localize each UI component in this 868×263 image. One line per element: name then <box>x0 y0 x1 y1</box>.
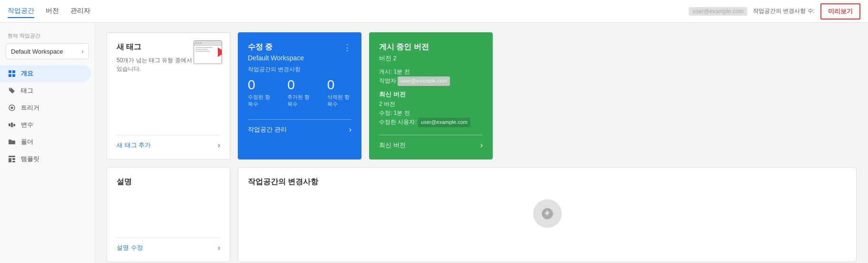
published-card: 게시 중인 버전 버전 2 게시: 1분 전 작업자 user@example.… <box>369 32 493 160</box>
nav-admin[interactable]: 관리자 <box>70 5 90 18</box>
latest-user-label: 수정한 사용자: <box>379 119 417 125</box>
workspace-manage-chevron-icon <box>349 125 351 134</box>
description-edit-label: 설명 수정 <box>117 244 143 252</box>
editing-header-left: 수정 중 Default Workspace <box>248 42 304 62</box>
stat-added-desc: 추가된 항목수 <box>287 94 312 108</box>
grid-icon <box>8 69 16 78</box>
svg-rect-9 <box>9 156 15 157</box>
sidebar-item-templates[interactable]: 템플릿 <box>0 150 91 168</box>
add-tag-chevron-icon <box>218 141 220 150</box>
latest-version-chevron-icon <box>480 141 483 150</box>
second-cards-row: 설명 설명 수정 작업공간의 변경사항 <box>107 167 857 262</box>
workspace-change-text: 작업공간의 변경사항 수: <box>753 7 815 15</box>
bottom-changes-card: 작업공간의 변경사항 <box>238 167 857 262</box>
editing-card: 수정 중 Default Workspace ⋮ 작업공간의 변경사항 0 수정… <box>238 32 361 160</box>
top-nav-right: user@example.com 작업공간의 변경사항 수: 미리보기 <box>689 3 860 19</box>
changes-stats: 0 수정된 항목수 0 추가된 항목수 0 삭제된 항목수 <box>248 77 351 108</box>
editing-header: 수정 중 Default Workspace ⋮ <box>248 42 351 62</box>
published-author-value: user@example.com <box>398 76 450 86</box>
stat-added-value: 0 <box>287 77 312 93</box>
svg-rect-6 <box>9 123 10 126</box>
sidebar-item-folders[interactable]: 폴더 <box>0 133 91 150</box>
changes-section: 작업공간의 변경사항 0 수정된 항목수 0 추가된 항목수 0 삭제된 항목수 <box>248 66 351 112</box>
svg-rect-7 <box>11 122 13 127</box>
description-title: 설명 <box>117 177 220 187</box>
sidebar-label-tags: 태그 <box>21 86 33 95</box>
workspace-manage-link[interactable]: 작업공간 관리 <box>248 119 351 134</box>
layout: 현재 작업공간 Default Workspace › 개요 태그 <box>0 23 868 263</box>
latest-user-row: 수정한 사용자: user@example.com <box>379 118 483 127</box>
placeholder-area <box>248 195 847 233</box>
stat-modified: 0 수정된 항목수 <box>248 77 272 108</box>
latest-version-link[interactable]: 최신 버전 <box>379 135 483 150</box>
svg-rect-12 <box>12 161 15 162</box>
add-tag-link-label: 새 태그 추가 <box>117 141 151 150</box>
sidebar-section-label: 현재 작업공간 <box>0 28 95 41</box>
sidebar: 현재 작업공간 Default Workspace › 개요 태그 <box>0 23 95 263</box>
sidebar-label-triggers: 트리거 <box>21 103 39 112</box>
top-cards-row: 새 태그 50개가 넘는 태그 유형 중에서 선택할 수 있습니다. <box>107 32 857 160</box>
published-info: 게시: 1분 전 작업자 user@example.com <box>379 67 483 86</box>
stat-modified-value: 0 <box>248 77 272 93</box>
workspace-manage-label: 작업공간 관리 <box>248 125 287 134</box>
editing-workspace-name: Default Workspace <box>248 54 304 62</box>
svg-rect-10 <box>9 158 11 162</box>
description-card: 설명 설명 수정 <box>107 167 230 262</box>
nav-workspace[interactable]: 작업공간 <box>8 5 34 18</box>
sidebar-item-tags[interactable]: 태그 <box>0 82 91 99</box>
browser-mockup-image <box>194 40 222 64</box>
published-time: 게시: 1분 전 <box>379 67 483 76</box>
stat-deleted-value: 0 <box>327 77 351 93</box>
svg-rect-11 <box>12 158 15 160</box>
svg-rect-0 <box>9 70 11 73</box>
stat-added: 0 추가된 항목수 <box>287 77 312 108</box>
sidebar-item-triggers[interactable]: 트리거 <box>0 99 91 116</box>
sidebar-label-templates: 템플릿 <box>21 155 39 163</box>
stat-deleted-desc: 삭제된 항목수 <box>327 94 351 108</box>
sidebar-label-folders: 폴더 <box>21 138 33 146</box>
svg-rect-8 <box>13 124 15 126</box>
description-edit-chevron-icon <box>218 244 220 252</box>
workspace-chevron-icon: › <box>81 47 84 55</box>
svg-point-5 <box>11 107 13 109</box>
latest-version-link-label: 최신 버전 <box>379 141 406 150</box>
tag-icon <box>8 86 16 95</box>
workspace-name: Default Workspace <box>11 48 63 55</box>
published-author-row: 작업자 user@example.com <box>379 76 483 86</box>
published-author-label: 작업자 <box>379 77 396 84</box>
svg-rect-1 <box>12 70 15 73</box>
preview-button[interactable]: 미리보기 <box>820 3 860 19</box>
svg-rect-3 <box>12 74 15 77</box>
latest-version-title: 최신 버전 <box>379 90 483 100</box>
published-title: 게시 중인 버전 <box>379 42 483 52</box>
svg-rect-2 <box>9 74 11 77</box>
sidebar-label-variables: 변수 <box>21 121 33 129</box>
description-edit-link[interactable]: 설명 수정 <box>117 237 220 252</box>
workspace-selector[interactable]: Default Workspace › <box>6 43 89 59</box>
main-content: 새 태그 50개가 넘는 태그 유형 중에서 선택할 수 있습니다. <box>95 23 868 263</box>
editing-title: 수정 중 <box>248 42 304 52</box>
stat-deleted: 0 삭제된 항목수 <box>327 77 351 108</box>
latest-version-desc: 2 버전 <box>379 100 483 109</box>
folder-icon <box>8 138 16 146</box>
sidebar-label-overview: 개요 <box>21 69 33 78</box>
user-info: user@example.com <box>689 7 747 16</box>
template-icon <box>8 155 16 163</box>
latest-modified: 수정: 1분 전 <box>379 109 483 118</box>
add-tag-link[interactable]: 새 태그 추가 <box>117 135 220 150</box>
new-tag-card: 새 태그 50개가 넘는 태그 유형 중에서 선택할 수 있습니다. <box>107 32 230 160</box>
bottom-card-title: 작업공간의 변경사항 <box>248 177 847 187</box>
nav-version[interactable]: 버전 <box>46 5 59 18</box>
stat-modified-desc: 수정된 항목수 <box>248 94 272 108</box>
changes-label: 작업공간의 변경사항 <box>248 66 351 74</box>
sidebar-item-overview[interactable]: 개요 <box>0 65 91 82</box>
variable-icon <box>8 121 16 129</box>
published-version: 버전 2 <box>379 54 483 63</box>
latest-user-value: user@example.com <box>418 118 470 127</box>
sidebar-item-variables[interactable]: 변수 <box>0 116 91 133</box>
placeholder-circle <box>533 199 562 228</box>
editing-dots-button[interactable]: ⋮ <box>343 42 351 53</box>
top-nav-left: 작업공간 버전 관리자 <box>8 5 90 18</box>
trigger-icon <box>8 103 16 112</box>
latest-version-section: 최신 버전 2 버전 수정: 1분 전 수정한 사용자: user@exampl… <box>379 90 483 127</box>
